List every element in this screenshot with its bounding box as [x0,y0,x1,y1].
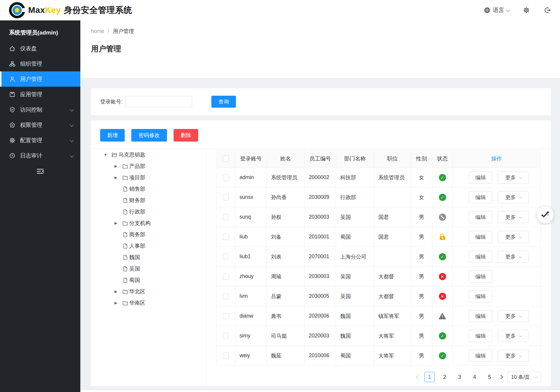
edit-button[interactable]: 编辑 [469,191,492,203]
shield-icon [9,106,16,113]
page-button-3[interactable]: 3 [454,372,465,382]
more-button[interactable]: 更多 [498,330,529,342]
prev-page-icon[interactable] [416,375,420,379]
sidebar-item-7[interactable]: 日志审计 [0,148,80,163]
page-button-4[interactable]: 4 [469,372,480,382]
menu-fold-icon[interactable] [36,167,45,176]
sidebar-item-2[interactable]: 用户管理 [0,71,80,87]
more-button[interactable]: 更多 [498,211,529,223]
sidebar-item-4[interactable]: 访问控制 [0,102,80,117]
logout-icon[interactable] [544,7,551,14]
cell-gender: 男 [411,207,432,227]
cell-position: 大都督 [374,267,411,286]
caret-right-icon[interactable]: ▶ [115,164,122,168]
edit-button[interactable]: 编辑 [469,310,492,322]
tree-node[interactable]: 商务部 [115,229,206,240]
edit-button[interactable]: 编辑 [469,211,492,223]
tree-node[interactable]: 蜀国 [115,274,206,286]
tree-node[interactable]: ▶华南区 [115,297,206,309]
cell-name: 魏延 [267,346,305,366]
page-button-5[interactable]: 5 [484,372,495,382]
more-button[interactable]: 更多 [498,172,529,184]
chevron-down-icon [519,215,522,218]
pentagon-icon [9,122,16,128]
select-all-checkbox[interactable] [223,156,229,162]
edit-button[interactable]: 编辑 [469,172,492,184]
settings-gear-icon[interactable] [523,7,530,14]
row-checkbox[interactable] [223,194,229,200]
sidebar-item-5[interactable]: 权限管理 [0,117,80,133]
caret-right-icon[interactable]: ▶ [115,175,122,180]
tree-node[interactable]: 吴国 [115,263,206,274]
more-button[interactable]: 更多 [498,251,529,263]
login-account-input[interactable] [126,96,192,107]
delete-button[interactable]: 删除 [174,129,198,142]
caret-right-icon[interactable]: ▶ [115,301,122,305]
sidebar-item-0[interactable]: 仪表盘 [0,41,80,56]
language-selector[interactable]: 语言 [484,6,509,14]
table-header-row: 登录账号 姓名 员工编号 部门名称 职位 性别 状态 操作 [216,150,541,168]
row-checkbox[interactable] [223,254,229,260]
more-button[interactable]: 更多 [498,310,529,322]
breadcrumb-home-link[interactable]: home [91,28,104,34]
edit-button[interactable]: 编辑 [469,271,492,283]
edit-button[interactable]: 编辑 [469,330,492,342]
folder-open-icon [111,152,118,158]
row-checkbox[interactable] [223,353,229,359]
edit-button[interactable]: 编辑 [469,350,492,362]
tree-node[interactable]: 行政部 [115,206,206,217]
page-button-2[interactable]: 2 [439,372,450,382]
page-head: home / 用户管理 用户管理 [80,20,560,78]
sidebar-item-label: 组织管理 [20,60,42,67]
cell-department: 行政部 [336,187,374,207]
folder-icon [122,163,128,169]
table-row: lvm吕蒙2030005吴国大都督男×编辑 [216,286,541,306]
sidebar-item-1[interactable]: 组织管理 [0,56,80,71]
row-checkbox[interactable] [223,175,229,181]
cell-name: 司马懿 [267,326,305,346]
cell-gender: 女 [411,168,432,187]
tree-node[interactable]: ▶项目部 [115,172,206,183]
cell-department: 蜀国 [336,346,374,366]
floating-wand-button[interactable] [537,206,554,223]
tree-node[interactable]: 财务部 [115,195,206,206]
table-row: sunq孙权2030003吴国国君男编辑更多 [216,207,541,227]
row-checkbox[interactable] [223,234,229,240]
cell-employee-no: 2030003 [305,207,336,227]
row-checkbox[interactable] [223,274,229,280]
change-password-button[interactable]: 密码修改 [131,129,167,142]
row-checkbox[interactable] [223,313,229,319]
chevron-down-icon [519,254,522,258]
cell-position: 镇军将军 [374,306,411,326]
caret-right-icon[interactable]: ▶ [115,221,122,225]
more-button[interactable]: 更多 [498,350,529,362]
tree-node[interactable]: ▶华北区 [115,286,206,297]
caret-down-icon[interactable]: ▼ [104,153,111,157]
row-checkbox[interactable] [223,293,229,299]
org-tree: ▼马克思钥匙▶产品部▶项目部销售部财务部行政部▶分支机构商务部人事部魏国吴国蜀国… [91,148,206,386]
tree-node[interactable]: 人事部 [115,240,206,252]
tree-node[interactable]: 魏国 [115,252,206,263]
add-button[interactable]: 新增 [100,129,125,142]
page-button-1[interactable]: 1 [424,372,435,382]
next-page-icon[interactable] [499,375,503,379]
sidebar-item-3[interactable]: 应用管理 [0,87,80,102]
more-button[interactable]: 更多 [498,231,529,243]
sidebar-item-6[interactable]: 配置管理 [0,133,80,148]
page-size-value: 10 条/页 [511,374,530,381]
cell-gender: 男 [411,247,432,267]
tree-node[interactable]: ▶产品部 [115,160,206,172]
tree-node[interactable]: ▼马克思钥匙 [104,149,206,160]
edit-button[interactable]: 编辑 [469,231,492,243]
more-button[interactable]: 更多 [498,191,529,203]
page-size-select[interactable]: 10 条/页 [507,372,541,382]
search-button[interactable]: 查询 [211,96,236,108]
caret-right-icon[interactable]: ▶ [115,289,122,294]
cell-department: 魏国 [336,326,374,346]
tree-node[interactable]: ▶分支机构 [115,217,206,229]
tree-node[interactable]: 销售部 [115,183,206,195]
edit-button[interactable]: 编辑 [469,251,492,263]
row-checkbox[interactable] [223,214,229,220]
row-checkbox[interactable] [223,333,229,339]
edit-button[interactable]: 编辑 [469,290,492,302]
